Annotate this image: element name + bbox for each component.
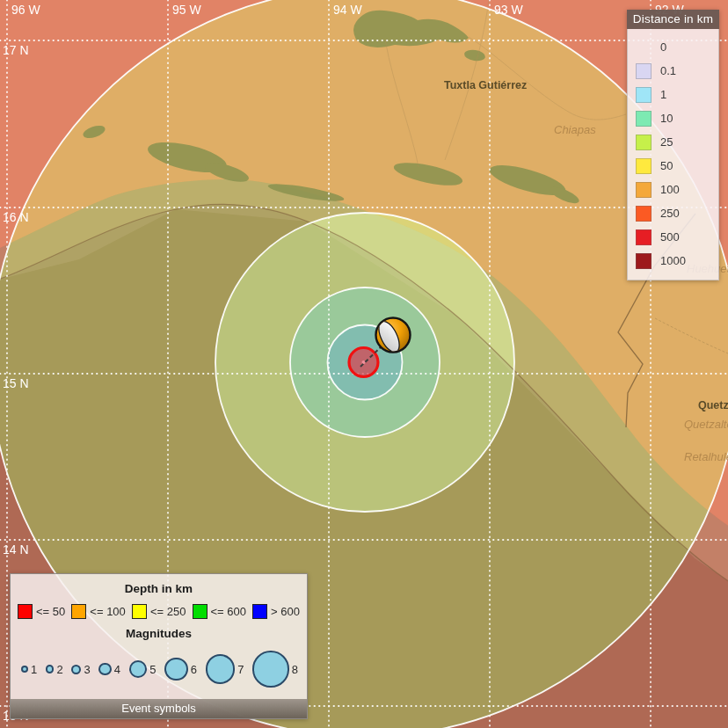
- distance-value-label: 1000: [660, 254, 686, 267]
- depth-legend-title: Depth in km: [11, 582, 307, 595]
- distance-legend-title: Distance in km: [627, 10, 719, 29]
- depth-legend-item: <= 100: [71, 604, 126, 619]
- distance-value-label: 0: [660, 40, 666, 54]
- depth-color-swatch: [252, 604, 267, 619]
- distance-color-swatch: [636, 206, 652, 222]
- distance-value-label: 0.1: [660, 64, 676, 77]
- magnitude-legend-row: 12345678: [11, 649, 307, 689]
- magnitude-circle: [252, 651, 289, 688]
- distance-legend-item: 0.1: [628, 59, 718, 83]
- event-map-window: 96 W95 W94 W93 W92 W17 N16 N15 N14 N13 N…: [0, 0, 728, 728]
- depth-legend-item: <= 250: [132, 604, 186, 619]
- distance-legend-item: 25: [628, 130, 718, 154]
- distance-swatch-empty: [636, 40, 652, 55]
- depth-color-swatch: [193, 604, 207, 619]
- magnitude-value-label: 7: [237, 663, 244, 676]
- magnitude-legend-item: 8: [252, 651, 298, 688]
- magnitude-legend-item: 7: [206, 654, 244, 684]
- depth-range-label: <= 600: [211, 605, 247, 618]
- city-label: Quetzaltenango: [698, 399, 728, 411]
- magnitude-circle: [98, 663, 112, 676]
- magnitude-circle: [46, 665, 55, 673]
- magnitude-value-label: 6: [191, 663, 197, 676]
- magnitude-legend-title: Magnitudes: [11, 627, 307, 640]
- distance-color-swatch: [636, 63, 652, 79]
- depth-color-swatch: [18, 604, 33, 619]
- magnitude-legend-item: 5: [129, 660, 157, 679]
- distance-value-label: 10: [660, 112, 673, 125]
- distance-legend-item: 1: [628, 83, 718, 106]
- region-label: Quetzaltenango: [684, 418, 728, 431]
- event-legend-footer: Event symbols: [11, 699, 307, 718]
- distance-legend-item: 1000: [628, 249, 718, 273]
- magnitude-legend-item: 3: [71, 663, 90, 676]
- distance-color-swatch: [636, 158, 652, 174]
- distance-legend-item: 50: [628, 154, 718, 178]
- magnitude-value-label: 4: [114, 663, 120, 676]
- magnitude-legend-item: 6: [164, 658, 197, 681]
- depth-range-label: > 600: [271, 605, 300, 618]
- latitude-label: 17 N: [3, 43, 29, 57]
- magnitude-circle: [206, 654, 236, 684]
- distance-value-label: 1: [660, 88, 666, 101]
- magnitude-circle: [21, 666, 28, 673]
- depth-range-label: <= 50: [36, 605, 65, 618]
- event-legend-panel: Depth in km <= 50<= 100<= 250<= 600> 600…: [10, 573, 308, 719]
- latitude-label: 15 N: [3, 376, 29, 390]
- distance-legend-body: 00.111025501002505001000: [627, 29, 719, 280]
- distance-legend-item: 10: [628, 106, 718, 130]
- distance-value-label: 500: [660, 230, 680, 244]
- magnitude-legend-item: 2: [46, 663, 63, 676]
- magnitude-value-label: 1: [31, 663, 37, 676]
- depth-legend-item: <= 600: [193, 604, 247, 619]
- distance-legend-panel: Distance in km 00.111025501002505001000: [627, 10, 719, 280]
- distance-legend-item: 0: [628, 35, 718, 59]
- magnitude-legend-item: 4: [98, 663, 120, 676]
- depth-range-label: <= 100: [90, 605, 126, 618]
- magnitude-circle: [129, 660, 148, 679]
- magnitude-legend-item: 1: [21, 663, 37, 676]
- magnitude-value-label: 5: [149, 663, 156, 676]
- city-label: Tuxtla Gutiérrez: [444, 79, 527, 91]
- magnitude-value-label: 3: [84, 663, 90, 676]
- depth-color-swatch: [132, 604, 147, 619]
- distance-value-label: 100: [660, 183, 680, 196]
- distance-legend-item: 100: [628, 178, 718, 201]
- depth-color-swatch: [71, 604, 86, 619]
- region-label: Retalhuleu: [684, 450, 728, 463]
- magnitude-value-label: 8: [292, 663, 298, 676]
- longitude-label: 95 W: [172, 3, 201, 17]
- depth-legend-item: <= 50: [18, 604, 65, 619]
- distance-color-swatch: [636, 87, 652, 103]
- distance-legend-item: 500: [628, 225, 718, 249]
- region-label: Chiapas: [554, 123, 596, 136]
- depth-range-label: <= 250: [150, 605, 186, 618]
- distance-value-label: 25: [660, 135, 673, 149]
- magnitude-circle: [71, 665, 81, 674]
- longitude-label: 94 W: [333, 3, 362, 17]
- depth-legend-row: <= 50<= 100<= 250<= 600> 600: [11, 604, 307, 619]
- distance-color-swatch: [636, 229, 652, 245]
- distance-value-label: 250: [660, 207, 680, 220]
- longitude-label: 93 W: [494, 3, 523, 17]
- distance-legend-item: 250: [628, 201, 718, 225]
- distance-color-swatch: [636, 182, 652, 198]
- magnitude-circle: [164, 658, 188, 681]
- magnitude-value-label: 2: [56, 663, 62, 676]
- latitude-label: 14 N: [3, 542, 29, 557]
- longitude-label: 96 W: [11, 3, 40, 17]
- latitude-label: 16 N: [3, 210, 29, 224]
- distance-color-swatch: [636, 135, 652, 150]
- depth-legend-item: > 600: [252, 604, 300, 619]
- distance-color-swatch: [636, 253, 652, 269]
- distance-value-label: 50: [660, 159, 673, 172]
- distance-color-swatch: [636, 111, 652, 127]
